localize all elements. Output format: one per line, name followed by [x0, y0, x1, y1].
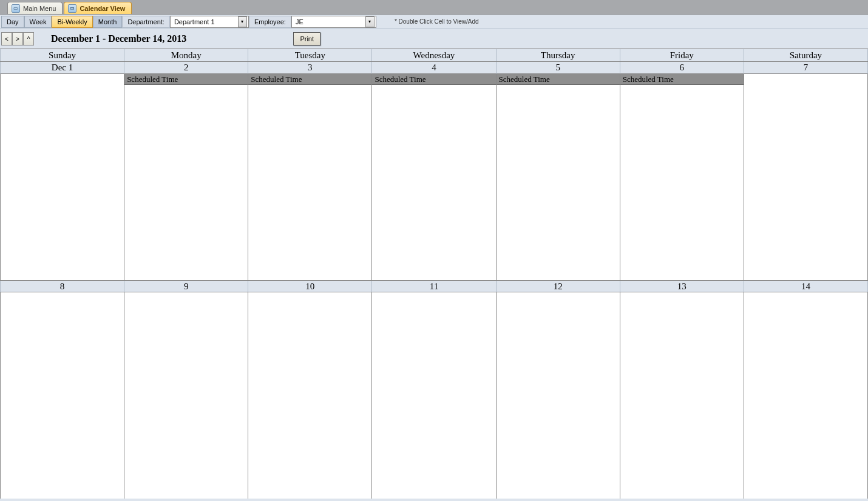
day-column [744, 292, 868, 499]
date-cell: 7 [744, 62, 868, 74]
scheduled-time-header: Scheduled Time [124, 74, 248, 85]
date-cell: 3 [248, 62, 372, 74]
day-headers: Sunday Monday Tuesday Wednesday Thursday… [0, 49, 868, 62]
day-column [497, 292, 620, 499]
day-cell[interactable] [497, 292, 620, 499]
day-header-monday: Monday [124, 49, 248, 61]
nav-buttons: < > ^ [1, 32, 34, 45]
content-panel: Day Week Bi-Weekly Month Department: Dep… [0, 14, 868, 501]
day-column: Scheduled Time [497, 74, 620, 280]
day-column [124, 292, 248, 499]
day-cell[interactable] [124, 85, 248, 280]
department-value: Department 1 [174, 18, 215, 25]
date-cell: 11 [372, 281, 496, 292]
day-cell[interactable] [497, 85, 620, 280]
view-day-button[interactable]: Day [1, 16, 24, 28]
day-cell[interactable] [744, 292, 867, 499]
week1-dates: Dec 1 2 3 4 5 6 7 [0, 62, 868, 74]
day-header-sunday: Sunday [0, 49, 124, 61]
up-button[interactable]: ^ [23, 32, 34, 45]
date-cell: 2 [124, 62, 248, 74]
day-column: Scheduled Time [620, 74, 744, 280]
date-cell: 8 [0, 281, 124, 292]
day-cell[interactable] [620, 85, 744, 280]
day-column: Scheduled Time [124, 74, 248, 280]
tab-bar: ▭ Main Menu ▭ Calendar View [0, 0, 868, 14]
day-header-friday: Friday [620, 49, 744, 61]
next-button[interactable]: > [12, 32, 23, 45]
day-cell[interactable] [1, 74, 124, 280]
day-column [372, 292, 496, 499]
form-icon: ▭ [12, 4, 20, 13]
date-range: December 1 - December 14, 2013 [51, 33, 186, 44]
date-cell: 6 [620, 62, 744, 74]
day-header-saturday: Saturday [744, 49, 868, 61]
day-cell[interactable] [248, 85, 371, 280]
tab-label: Calendar View [80, 5, 125, 12]
tab-calendar-view[interactable]: ▭ Calendar View [64, 2, 132, 14]
day-cell[interactable] [248, 292, 371, 499]
day-cell[interactable] [124, 292, 248, 499]
date-cell: 12 [497, 281, 620, 292]
hint-text: * Double Click Cell to View/Add [395, 18, 479, 25]
day-column [620, 292, 744, 499]
chevron-down-icon: ▾ [365, 16, 375, 27]
tab-label: Main Menu [23, 5, 56, 12]
view-biweekly-button[interactable]: Bi-Weekly [52, 16, 92, 28]
day-column [0, 74, 124, 280]
view-toolbar: Day Week Bi-Weekly Month Department: Dep… [0, 15, 868, 29]
employee-select[interactable]: JE ▾ [291, 16, 376, 28]
date-cell: 10 [248, 281, 372, 292]
department-label: Department: [122, 16, 170, 28]
nav-row: < > ^ December 1 - December 14, 2013 Pri… [0, 29, 868, 49]
day-header-thursday: Thursday [497, 49, 620, 61]
day-cell[interactable] [744, 74, 867, 280]
date-cell: 14 [744, 281, 868, 292]
department-select[interactable]: Department 1 ▾ [170, 16, 249, 28]
view-month-button[interactable]: Month [93, 16, 123, 28]
tab-main-menu[interactable]: ▭ Main Menu [7, 2, 63, 14]
employee-label: Employee: [249, 16, 291, 28]
day-cell[interactable] [620, 292, 744, 499]
scheduled-time-header: Scheduled Time [497, 74, 620, 85]
day-column: Scheduled Time [248, 74, 372, 280]
week2-body [0, 292, 868, 499]
day-cell[interactable] [372, 85, 495, 280]
day-column [0, 292, 124, 499]
chevron-down-icon: ▾ [238, 16, 247, 27]
day-header-wednesday: Wednesday [372, 49, 496, 61]
employee-value: JE [296, 18, 303, 25]
scheduled-time-header: Scheduled Time [620, 74, 744, 85]
scheduled-time-header: Scheduled Time [248, 74, 371, 85]
day-column [744, 74, 868, 280]
date-cell: 9 [124, 281, 248, 292]
scheduled-time-header: Scheduled Time [372, 74, 495, 85]
date-cell: 5 [497, 62, 620, 74]
day-header-tuesday: Tuesday [248, 49, 372, 61]
date-cell: Dec 1 [0, 62, 124, 74]
form-icon: ▭ [68, 4, 76, 13]
date-cell: 13 [620, 281, 744, 292]
day-column [248, 292, 372, 499]
view-week-button[interactable]: Week [24, 16, 52, 28]
day-column: Scheduled Time [372, 74, 496, 280]
prev-button[interactable]: < [1, 32, 12, 45]
print-button[interactable]: Print [293, 32, 320, 45]
week1-body: Scheduled Time Scheduled Time Scheduled … [0, 74, 868, 280]
day-cell[interactable] [1, 292, 124, 499]
day-cell[interactable] [372, 292, 495, 499]
date-cell: 4 [372, 62, 496, 74]
week2-dates: 8 9 10 11 12 13 14 [0, 280, 868, 292]
